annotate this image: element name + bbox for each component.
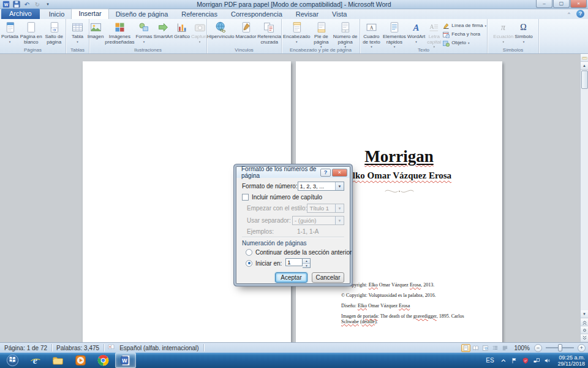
start-at-spinner[interactable]: ▲ ▼	[303, 258, 311, 268]
ribbon-button-encabezado[interactable]: Encabezado▾	[282, 20, 311, 47]
next-page-icon[interactable]	[581, 334, 588, 342]
ribbon-button-salto-de-pagina[interactable]: Salto de página	[43, 20, 65, 47]
ribbon-button-portada[interactable]: Portada▾	[1, 20, 19, 47]
zoom-in-icon[interactable]: +	[578, 344, 586, 352]
spin-down-icon[interactable]: ▼	[303, 263, 310, 267]
ribbon-button-letra-capital[interactable]: ALetra capital▾	[426, 20, 442, 47]
tab-diseno-de-pagina[interactable]: Diseño de página	[109, 10, 175, 19]
zoom-level[interactable]: 100%	[511, 345, 532, 351]
ruler-toggle-icon[interactable]	[581, 54, 588, 62]
taskbar-file-explorer[interactable]	[47, 353, 68, 368]
ribbon-button-ecuacion[interactable]: πEcuación▾	[492, 20, 514, 47]
blank-page-icon	[24, 21, 37, 34]
scroll-down-icon[interactable]: ▼	[581, 310, 588, 318]
undo-button[interactable]: ↶	[23, 1, 31, 8]
ribbon-button-tabla[interactable]: Tabla▾	[70, 20, 85, 47]
combo-arrow-icon[interactable]: ▼	[335, 182, 344, 190]
draft-view-icon[interactable]	[500, 344, 510, 352]
word-count[interactable]: Palabras: 3,475	[52, 345, 104, 351]
close-window-button[interactable]: ×	[570, 0, 587, 8]
ribbon-button-simbolo[interactable]: ΩSímbolo▾	[514, 20, 533, 47]
ribbon-button-pie-de-pagina[interactable]: Pie de página▾	[311, 20, 331, 47]
dialog-help-icon[interactable]: ?	[320, 169, 331, 177]
taskbar-chrome[interactable]	[92, 353, 113, 368]
network-icon[interactable]	[533, 356, 541, 364]
ribbon-button-smartart[interactable]: SmartArt	[153, 20, 174, 47]
print-layout-view-icon[interactable]	[461, 344, 470, 352]
tab-archivo[interactable]: Archivo	[1, 9, 40, 19]
previous-page-icon[interactable]	[581, 318, 588, 326]
tab-inicio[interactable]: Inicio	[42, 10, 72, 19]
antivirus-shield-icon[interactable]	[522, 356, 530, 364]
scroll-up-icon[interactable]: ▲	[581, 62, 588, 70]
ribbon-button-wordart[interactable]: AWordArt▾	[407, 20, 426, 47]
outline-view-icon[interactable]	[491, 344, 500, 352]
internet-explorer-icon: e	[29, 354, 42, 367]
ribbon-button-imagenes-predisenadas[interactable]: Imágenes prediseñadas	[104, 20, 135, 47]
minimize-window-button[interactable]: –	[536, 0, 552, 8]
ribbon-button-objeto[interactable]: Objeto▾	[442, 39, 486, 47]
number-format-select[interactable]: 1, 2, 3, ... ▼	[298, 182, 344, 191]
shapes-icon	[137, 21, 150, 34]
zoom-slider-thumb[interactable]	[558, 344, 562, 351]
button-label: Objeto	[451, 40, 466, 45]
ribbon-button-hipervinculo[interactable]: Hipervínculo	[206, 20, 235, 47]
start-at-input[interactable]	[285, 258, 303, 266]
ribbon-button-formas[interactable]: Formas▾	[135, 20, 153, 47]
cancel-button[interactable]: Cancelar	[312, 272, 344, 283]
dialog-title-bar[interactable]: Formato de los números de página ? ×	[236, 167, 350, 178]
zoom-out-icon[interactable]: −	[534, 344, 542, 352]
help-icon[interactable]: ?	[576, 10, 584, 18]
ribbon-button-cuadro-de-texto[interactable]: ACuadro de texto▾	[361, 20, 382, 47]
ribbon-button-imagen[interactable]: Imagen	[87, 20, 105, 47]
taskbar-internet-explorer[interactable]: e	[24, 353, 45, 368]
button-label: Imágenes prediseñadas	[105, 34, 134, 45]
drop-cap-icon: A	[428, 21, 440, 34]
scrollbar-thumb[interactable]	[581, 71, 588, 89]
svg-text:W: W	[4, 2, 9, 7]
tab-vista[interactable]: Vista	[325, 10, 353, 19]
tab-referencias[interactable]: Referencias	[175, 10, 224, 19]
dialog-close-icon[interactable]: ×	[332, 169, 347, 177]
spin-up-icon[interactable]: ▲	[303, 259, 310, 263]
language-indicator[interactable]: Español (alfab. internacional)	[118, 345, 203, 351]
save-button[interactable]	[12, 1, 21, 8]
ribbon-button-fecha-y-hora[interactable]: Fecha y hora	[442, 30, 486, 38]
include-chapter-checkbox[interactable]	[242, 194, 249, 201]
zoom-slider[interactable]	[546, 347, 574, 348]
vertical-scrollbar[interactable]: ▲ ▼	[580, 54, 588, 342]
ribbon-button-marcador[interactable]: Marcador	[235, 20, 257, 47]
redo-button[interactable]: ↻	[33, 1, 42, 8]
tab-revisar[interactable]: Revisar	[289, 10, 325, 19]
start-at-radio[interactable]	[246, 260, 252, 267]
ribbon-button-linea-de-firma[interactable]: Línea de firma▾	[442, 21, 486, 29]
number-format-label: Formato de número:	[242, 183, 298, 190]
volume-icon[interactable]	[544, 356, 552, 364]
page-indicator[interactable]: Página: 1 de 72	[0, 345, 51, 351]
spellcheck-icon[interactable]	[104, 343, 118, 352]
accept-button[interactable]: Aceptar	[275, 272, 307, 283]
continue-from-previous-radio[interactable]	[246, 249, 252, 256]
tab-insertar[interactable]: Insertar	[71, 9, 108, 19]
select-browse-object-icon[interactable]	[581, 326, 588, 334]
ribbon-button-elementos-rapidos[interactable]: Elementos rápidos▾	[382, 20, 407, 47]
taskbar-clock[interactable]: 09:25 a.m. 29/11/2018	[556, 355, 585, 367]
start-button[interactable]	[2, 353, 23, 368]
ribbon-button-referencia-cruzada[interactable]: Referencia cruzada	[257, 20, 282, 47]
taskbar-word[interactable]: W	[115, 353, 136, 368]
ribbon-button-pagina-en-blanco[interactable]: Página en blanco	[19, 20, 43, 47]
ribbon-button-grafico[interactable]: Gráfico	[173, 20, 190, 47]
minimize-ribbon-icon[interactable]: ^	[565, 11, 573, 17]
web-layout-view-icon[interactable]	[481, 344, 490, 352]
tab-correspondencia[interactable]: Correspondencia	[224, 10, 289, 19]
fullscreen-reading-view-icon[interactable]	[471, 344, 480, 352]
action-center-flag-icon[interactable]	[511, 356, 519, 364]
taskbar-media-player[interactable]	[70, 353, 91, 368]
maximize-window-button[interactable]: ▢	[553, 0, 570, 8]
customize-qat-button[interactable]: ▾	[43, 1, 52, 8]
ribbon-button-captura[interactable]: Captura▾	[190, 20, 209, 47]
language-bar[interactable]: ES	[484, 357, 496, 364]
hidden-icons-icon[interactable]	[500, 356, 508, 364]
ribbon-button-numero-de-pagina[interactable]: #Número de página▾	[331, 20, 359, 47]
dialog-title: Formato de los números de página	[241, 166, 319, 179]
